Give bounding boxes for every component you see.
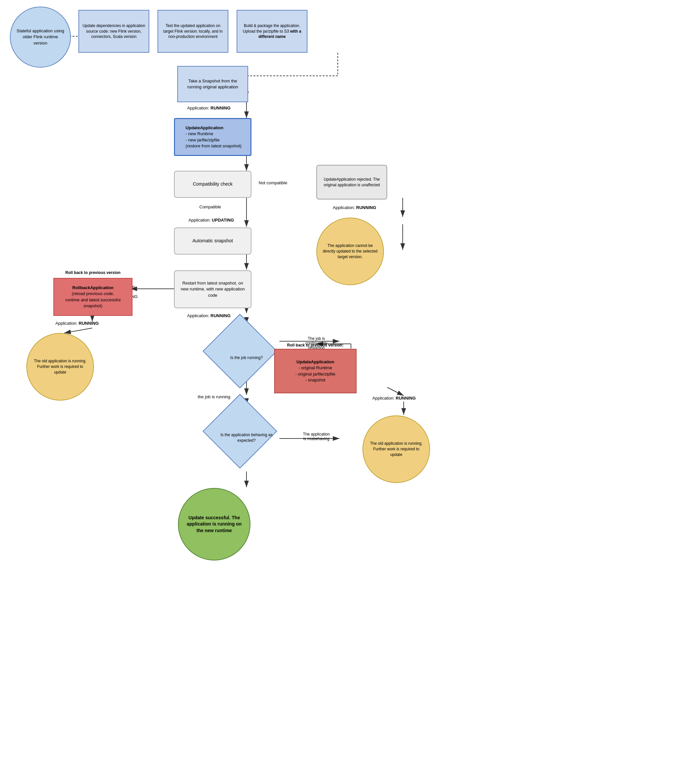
job-is-running-label: the job is running	[198, 394, 230, 399]
svg-line-13	[64, 328, 92, 333]
update-application-box: UpdateApplication - new Runtime - new ja…	[174, 118, 252, 156]
restart-label: Restart from latest snapshot, on new run…	[178, 280, 247, 298]
restart-box: Restart from latest snapshot, on new run…	[174, 270, 252, 308]
stateful-app-circle: Stateful application using older Flink r…	[10, 7, 71, 68]
is-app-behaving-container: Is the application behaving as expected?	[214, 405, 280, 471]
update-application-label: UpdateApplication - new Runtime - new ja…	[184, 125, 242, 149]
update-deps-label: Update dependencies in application sourc…	[82, 23, 145, 40]
compatibility-check-label: Compatibility check	[193, 181, 233, 188]
diagram-container: Stateful application using older Flink r…	[0, 0, 694, 784]
update-successful-label: Update successful. The application is ru…	[184, 515, 245, 534]
update-successful-circle: Update successful. The application is ru…	[178, 488, 250, 560]
cannot-update-label: The application cannot be directly updat…	[322, 243, 378, 259]
misbehaving-label: The applicationis misbehaving	[283, 432, 349, 441]
take-snapshot-box: Take a Snapshot from the running origina…	[177, 66, 248, 102]
old-app-left-label: The old application is running. Further …	[32, 358, 88, 375]
compatible-label: Compatible	[199, 204, 221, 209]
old-app-right-circle: The old application is running. Further …	[362, 415, 430, 483]
cannot-update-circle: The application cannot be directly updat…	[316, 217, 384, 285]
build-package-box: Build & package the application. Upload …	[237, 10, 308, 53]
rollback-application-label: RollbackApplication (reload previous cod…	[65, 285, 121, 309]
stateful-app-label: Stateful application using older Flink r…	[15, 28, 65, 46]
rollback-update-box-right: UpdateApplication - original Runtime - o…	[274, 349, 357, 393]
compatibility-check-box: Compatibility check	[174, 171, 252, 198]
rollback-update-label-right: UpdateApplication - original Runtime - o…	[295, 359, 335, 383]
test-updated-box: Test the updated application on target F…	[158, 10, 229, 53]
app-updating-label: Application: UPDATING	[189, 217, 234, 222]
app-running-right-label: Application: RUNNING	[333, 205, 376, 210]
app-running-label-2: Application: RUNNING	[187, 313, 231, 318]
automatic-snapshot-box: Automatic snapshot	[174, 227, 252, 255]
update-rejected-label: UpdateApplication rejected. The original…	[320, 177, 383, 188]
build-package-label: Build & package the application. Upload …	[240, 23, 304, 40]
old-app-right-label: The old application is running. Further …	[368, 441, 424, 457]
app-running-far-right-label: Application: RUNNING	[372, 395, 416, 400]
svg-line-18	[387, 387, 404, 395]
update-rejected-box: UpdateApplication rejected. The original…	[316, 165, 387, 199]
not-compatible-label: Not compatible	[259, 180, 287, 185]
rollback-label-right: Roll back to previous version:	[274, 343, 357, 348]
app-running-label-1: Application: RUNNING	[187, 105, 231, 110]
rollback-label-left: Roll back to previous version	[53, 270, 132, 275]
automatic-snapshot-label: Automatic snapshot	[192, 238, 233, 244]
app-running-left-label: Application: RUNNING	[55, 321, 99, 326]
update-deps-box: Update dependencies in application sourc…	[79, 10, 149, 53]
take-snapshot-label: Take a Snapshot from the running origina…	[181, 78, 244, 90]
test-updated-label: Test the updated application on target F…	[161, 23, 224, 40]
old-app-left-circle: The old application is running. Further …	[26, 333, 94, 400]
rollback-application-box: RollbackApplication (reload previous cod…	[53, 278, 132, 316]
is-job-running-container: Is the job running?	[214, 325, 280, 391]
